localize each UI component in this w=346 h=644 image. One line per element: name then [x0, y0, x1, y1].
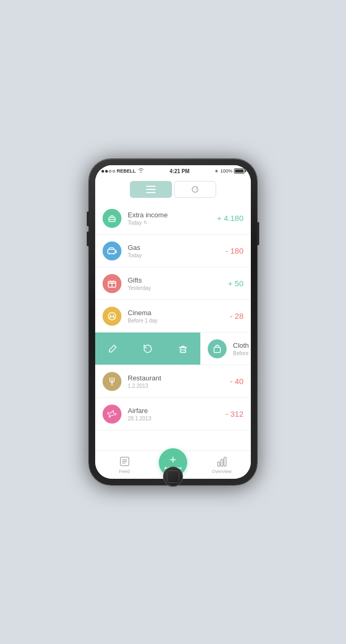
signal-dot-3 [109, 170, 111, 173]
cloth-title: Cloth [233, 341, 249, 349]
svg-rect-2 [146, 192, 156, 193]
signal-dot-1 [101, 170, 104, 173]
gas-info: Gas Today [121, 244, 226, 258]
swipe-row: Cloth Before [95, 333, 251, 365]
toolbar [95, 177, 251, 202]
svg-point-12 [108, 313, 116, 320]
volume-down-button [87, 232, 89, 246]
wifi-icon [138, 168, 144, 174]
airfare-title: Airfare [128, 407, 226, 415]
feed-tab-label: Feed [119, 469, 130, 474]
signal-dot-2 [105, 170, 108, 173]
svg-point-10 [110, 315, 111, 316]
gas-sub: Today [128, 253, 226, 258]
list-item[interactable]: Restaurant 1.2.2013 - 40 [95, 365, 251, 398]
list-item[interactable]: Gas Today - 180 [95, 235, 251, 267]
home-button-inner [167, 470, 179, 483]
briefcase-icon [107, 214, 117, 223]
cinema-amount: - 28 [230, 311, 243, 320]
svg-point-11 [113, 315, 115, 316]
svg-point-7 [113, 253, 115, 254]
cinema-info: Cinema Before 1 day [121, 309, 230, 324]
cinema-sub: Before 1 day [128, 318, 230, 324]
trash-icon [178, 344, 188, 354]
tab-overview[interactable]: Overview [192, 456, 251, 474]
delete-action-button[interactable] [168, 333, 198, 365]
volume-up-button [87, 212, 89, 226]
overview-tab-icon [216, 456, 228, 467]
gifts-amount: + 50 [228, 279, 243, 288]
undo-action-button[interactable] [133, 333, 162, 365]
restaurant-icon [103, 372, 121, 391]
cloth-item[interactable]: Cloth Before [200, 333, 251, 365]
list-item[interactable]: Extra income Today ↻ + 4.180 [95, 202, 251, 235]
phone-frame: REBELL 4:21 PM ∗ 100% [89, 159, 257, 485]
gas-amount: - 180 [226, 246, 243, 255]
cinema-icon [103, 307, 121, 326]
svg-rect-16 [214, 347, 220, 353]
power-button [257, 222, 259, 245]
restaurant-info: Restaurant 1.2.2013 [121, 374, 230, 389]
airfare-info: Airfare 28.1.2013 [121, 407, 226, 421]
airfare-amount: - 312 [226, 409, 243, 418]
gifts-icon [103, 274, 121, 293]
battery-percent: 100% [220, 168, 232, 174]
cinema-title: Cinema [128, 309, 230, 317]
phone-screen: REBELL 4:21 PM ∗ 100% [95, 165, 251, 479]
svg-rect-0 [146, 186, 156, 187]
add-icon: + [170, 454, 177, 466]
edit-action-button[interactable] [98, 333, 127, 365]
svg-rect-5 [108, 249, 115, 254]
signal-indicator [101, 170, 115, 173]
list-item[interactable]: Airfare 28.1.2013 - 312 [95, 398, 251, 430]
swipe-actions [95, 333, 200, 365]
cloth-sub: Before [233, 350, 249, 356]
status-right: ∗ 100% [215, 168, 245, 174]
gifts-sub: Yesterday [128, 285, 228, 291]
menu-icon [146, 186, 156, 193]
airfare-sub: 28.1.2013 [128, 416, 226, 421]
svg-rect-24 [218, 462, 220, 466]
tab-feed[interactable]: Feed [95, 456, 154, 474]
status-left: REBELL [101, 168, 145, 174]
feed-list: Extra income Today ↻ + 4.180 [95, 202, 251, 450]
feed-tab-icon [119, 456, 130, 467]
status-time: 4:21 PM [170, 168, 190, 174]
gift-icon [107, 279, 117, 288]
svg-rect-13 [180, 347, 186, 353]
edit-icon [107, 344, 118, 354]
refresh-icon [191, 185, 199, 194]
overview-tab-label: Overview [212, 469, 232, 474]
extra-income-title: Extra income [128, 211, 217, 219]
extra-income-sub: Today ↻ [128, 220, 217, 226]
car-icon [107, 247, 117, 255]
battery-icon [234, 168, 245, 174]
bag-icon [212, 344, 222, 354]
svg-rect-25 [221, 459, 223, 466]
bluetooth-icon: ∗ [215, 168, 219, 174]
undo-icon [143, 344, 153, 354]
signal-dot-4 [113, 170, 115, 173]
gifts-title: Gifts [128, 276, 228, 284]
restaurant-amount: - 40 [230, 377, 243, 386]
fork-icon [107, 376, 117, 387]
gifts-info: Gifts Yesterday [121, 276, 228, 291]
refresh-button[interactable] [174, 181, 216, 198]
list-item[interactable]: Gifts Yesterday + 50 [95, 267, 251, 300]
carrier-name: REBELL [117, 168, 136, 174]
extra-income-icon [103, 209, 121, 228]
menu-button[interactable] [130, 181, 172, 198]
svg-rect-1 [146, 189, 156, 190]
status-bar: REBELL 4:21 PM ∗ 100% [95, 165, 251, 177]
cloth-icon [208, 339, 227, 358]
gas-icon [103, 242, 121, 260]
list-item[interactable]: Cinema Before 1 day - 28 [95, 300, 251, 333]
refresh-icon-small: ↻ [144, 220, 148, 225]
extra-income-info: Extra income Today ↻ [121, 211, 217, 226]
cloth-info: Cloth Before [227, 341, 249, 356]
battery-fill [235, 169, 243, 173]
theater-icon [107, 311, 117, 321]
svg-point-6 [109, 253, 110, 254]
airfare-icon [103, 405, 121, 424]
home-button[interactable] [163, 467, 183, 487]
